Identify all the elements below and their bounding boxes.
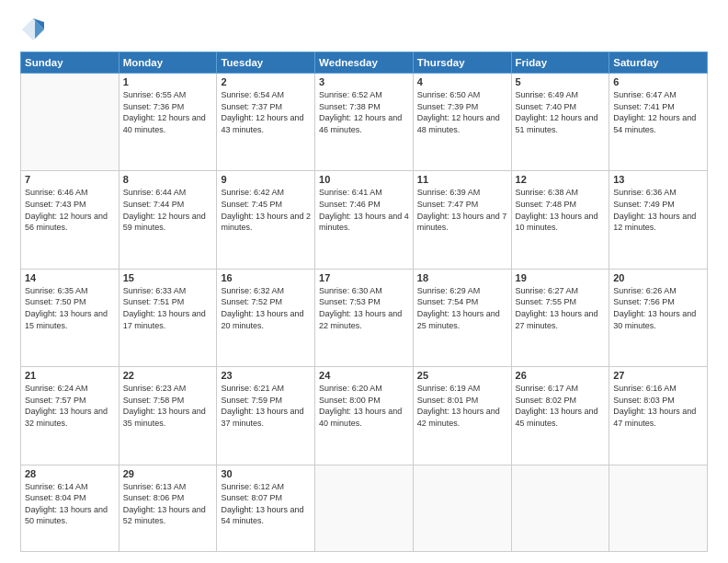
day-number: 20 bbox=[613, 272, 703, 283]
day-number: 26 bbox=[516, 370, 606, 381]
logo-icon bbox=[20, 17, 46, 42]
header bbox=[20, 17, 708, 42]
day-info: Sunrise: 6:17 AMSunset: 8:02 PMDaylight:… bbox=[516, 383, 606, 429]
weekday-header-row: SundayMondayTuesdayWednesdayThursdayFrid… bbox=[21, 52, 708, 74]
calendar-week-1: 1Sunrise: 6:55 AMSunset: 7:36 PMDaylight… bbox=[21, 74, 708, 171]
day-number: 13 bbox=[613, 174, 703, 185]
calendar-cell: 15Sunrise: 6:33 AMSunset: 7:51 PMDayligh… bbox=[119, 269, 217, 366]
day-number: 7 bbox=[25, 174, 115, 185]
day-number: 23 bbox=[221, 370, 311, 381]
day-number: 3 bbox=[319, 76, 409, 87]
day-info: Sunrise: 6:38 AMSunset: 7:48 PMDaylight:… bbox=[516, 187, 606, 233]
day-number: 11 bbox=[417, 174, 507, 185]
calendar-cell: 12Sunrise: 6:38 AMSunset: 7:48 PMDayligh… bbox=[511, 171, 609, 269]
day-number: 27 bbox=[613, 370, 703, 381]
day-info: Sunrise: 6:16 AMSunset: 8:03 PMDaylight:… bbox=[613, 383, 703, 429]
day-number: 25 bbox=[417, 370, 507, 381]
calendar-week-3: 14Sunrise: 6:35 AMSunset: 7:50 PMDayligh… bbox=[21, 269, 708, 366]
day-info: Sunrise: 6:36 AMSunset: 7:49 PMDaylight:… bbox=[613, 187, 703, 233]
day-info: Sunrise: 6:12 AMSunset: 8:07 PMDaylight:… bbox=[221, 481, 311, 527]
day-info: Sunrise: 6:52 AMSunset: 7:38 PMDaylight:… bbox=[319, 89, 409, 135]
calendar-cell bbox=[609, 465, 708, 551]
calendar-cell: 11Sunrise: 6:39 AMSunset: 7:47 PMDayligh… bbox=[413, 171, 511, 269]
day-info: Sunrise: 6:35 AMSunset: 7:50 PMDaylight:… bbox=[25, 285, 115, 331]
calendar-cell: 7Sunrise: 6:46 AMSunset: 7:43 PMDaylight… bbox=[21, 171, 119, 269]
day-info: Sunrise: 6:46 AMSunset: 7:43 PMDaylight:… bbox=[25, 187, 115, 233]
day-info: Sunrise: 6:30 AMSunset: 7:53 PMDaylight:… bbox=[319, 285, 409, 331]
calendar-table: SundayMondayTuesdayWednesdayThursdayFrid… bbox=[20, 52, 708, 552]
calendar-cell: 30Sunrise: 6:12 AMSunset: 8:07 PMDayligh… bbox=[217, 465, 315, 551]
day-number: 12 bbox=[516, 174, 606, 185]
calendar-cell: 1Sunrise: 6:55 AMSunset: 7:36 PMDaylight… bbox=[119, 74, 217, 171]
calendar-cell: 13Sunrise: 6:36 AMSunset: 7:49 PMDayligh… bbox=[609, 171, 708, 269]
calendar-cell: 14Sunrise: 6:35 AMSunset: 7:50 PMDayligh… bbox=[21, 269, 119, 366]
calendar-cell: 22Sunrise: 6:23 AMSunset: 7:58 PMDayligh… bbox=[119, 367, 217, 465]
calendar-cell: 17Sunrise: 6:30 AMSunset: 7:53 PMDayligh… bbox=[315, 269, 414, 366]
day-number: 17 bbox=[319, 272, 409, 283]
calendar-cell bbox=[21, 74, 119, 171]
calendar-cell: 6Sunrise: 6:47 AMSunset: 7:41 PMDaylight… bbox=[609, 74, 708, 171]
calendar-cell bbox=[413, 465, 511, 551]
day-info: Sunrise: 6:20 AMSunset: 8:00 PMDaylight:… bbox=[319, 383, 409, 429]
day-info: Sunrise: 6:49 AMSunset: 7:40 PMDaylight:… bbox=[516, 89, 606, 135]
day-number: 28 bbox=[25, 468, 115, 479]
day-number: 1 bbox=[123, 76, 213, 87]
calendar-week-2: 7Sunrise: 6:46 AMSunset: 7:43 PMDaylight… bbox=[21, 171, 708, 269]
day-number: 29 bbox=[123, 468, 213, 479]
calendar-week-4: 21Sunrise: 6:24 AMSunset: 7:57 PMDayligh… bbox=[21, 367, 708, 465]
calendar-cell: 8Sunrise: 6:44 AMSunset: 7:44 PMDaylight… bbox=[119, 171, 217, 269]
calendar-cell: 16Sunrise: 6:32 AMSunset: 7:52 PMDayligh… bbox=[217, 269, 315, 366]
calendar-cell: 27Sunrise: 6:16 AMSunset: 8:03 PMDayligh… bbox=[609, 367, 708, 465]
page: SundayMondayTuesdayWednesdayThursdayFrid… bbox=[0, 0, 728, 563]
calendar-cell: 18Sunrise: 6:29 AMSunset: 7:54 PMDayligh… bbox=[413, 269, 511, 366]
day-info: Sunrise: 6:27 AMSunset: 7:55 PMDaylight:… bbox=[516, 285, 606, 331]
weekday-header-saturday: Saturday bbox=[609, 52, 708, 74]
day-info: Sunrise: 6:21 AMSunset: 7:59 PMDaylight:… bbox=[221, 383, 311, 429]
weekday-header-wednesday: Wednesday bbox=[315, 52, 414, 74]
weekday-header-sunday: Sunday bbox=[21, 52, 119, 74]
weekday-header-thursday: Thursday bbox=[413, 52, 511, 74]
day-number: 6 bbox=[613, 76, 703, 87]
day-info: Sunrise: 6:39 AMSunset: 7:47 PMDaylight:… bbox=[417, 187, 507, 233]
day-number: 30 bbox=[221, 468, 311, 479]
day-info: Sunrise: 6:44 AMSunset: 7:44 PMDaylight:… bbox=[123, 187, 213, 233]
day-info: Sunrise: 6:14 AMSunset: 8:04 PMDaylight:… bbox=[25, 481, 115, 527]
calendar-cell: 10Sunrise: 6:41 AMSunset: 7:46 PMDayligh… bbox=[315, 171, 414, 269]
day-info: Sunrise: 6:50 AMSunset: 7:39 PMDaylight:… bbox=[417, 89, 507, 135]
day-info: Sunrise: 6:13 AMSunset: 8:06 PMDaylight:… bbox=[123, 481, 213, 527]
calendar-cell: 20Sunrise: 6:26 AMSunset: 7:56 PMDayligh… bbox=[609, 269, 708, 366]
calendar-cell: 9Sunrise: 6:42 AMSunset: 7:45 PMDaylight… bbox=[217, 171, 315, 269]
weekday-header-tuesday: Tuesday bbox=[217, 52, 315, 74]
day-info: Sunrise: 6:19 AMSunset: 8:01 PMDaylight:… bbox=[417, 383, 507, 429]
calendar-cell: 23Sunrise: 6:21 AMSunset: 7:59 PMDayligh… bbox=[217, 367, 315, 465]
day-number: 22 bbox=[123, 370, 213, 381]
calendar-cell: 2Sunrise: 6:54 AMSunset: 7:37 PMDaylight… bbox=[217, 74, 315, 171]
day-number: 9 bbox=[221, 174, 311, 185]
day-number: 15 bbox=[123, 272, 213, 283]
calendar-week-5: 28Sunrise: 6:14 AMSunset: 8:04 PMDayligh… bbox=[21, 465, 708, 551]
calendar-cell: 19Sunrise: 6:27 AMSunset: 7:55 PMDayligh… bbox=[511, 269, 609, 366]
day-number: 16 bbox=[221, 272, 311, 283]
calendar-cell bbox=[511, 465, 609, 551]
calendar-cell: 28Sunrise: 6:14 AMSunset: 8:04 PMDayligh… bbox=[21, 465, 119, 551]
day-info: Sunrise: 6:26 AMSunset: 7:56 PMDaylight:… bbox=[613, 285, 703, 331]
calendar-cell: 3Sunrise: 6:52 AMSunset: 7:38 PMDaylight… bbox=[315, 74, 414, 171]
day-info: Sunrise: 6:54 AMSunset: 7:37 PMDaylight:… bbox=[221, 89, 311, 135]
calendar-cell: 26Sunrise: 6:17 AMSunset: 8:02 PMDayligh… bbox=[511, 367, 609, 465]
day-info: Sunrise: 6:24 AMSunset: 7:57 PMDaylight:… bbox=[25, 383, 115, 429]
day-number: 10 bbox=[319, 174, 409, 185]
day-info: Sunrise: 6:29 AMSunset: 7:54 PMDaylight:… bbox=[417, 285, 507, 331]
weekday-header-friday: Friday bbox=[511, 52, 609, 74]
calendar-cell: 25Sunrise: 6:19 AMSunset: 8:01 PMDayligh… bbox=[413, 367, 511, 465]
day-number: 5 bbox=[516, 76, 606, 87]
day-number: 19 bbox=[516, 272, 606, 283]
day-info: Sunrise: 6:42 AMSunset: 7:45 PMDaylight:… bbox=[221, 187, 311, 233]
day-info: Sunrise: 6:23 AMSunset: 7:58 PMDaylight:… bbox=[123, 383, 213, 429]
day-number: 4 bbox=[417, 76, 507, 87]
day-number: 2 bbox=[221, 76, 311, 87]
calendar-cell: 24Sunrise: 6:20 AMSunset: 8:00 PMDayligh… bbox=[315, 367, 414, 465]
day-info: Sunrise: 6:32 AMSunset: 7:52 PMDaylight:… bbox=[221, 285, 311, 331]
calendar-cell: 29Sunrise: 6:13 AMSunset: 8:06 PMDayligh… bbox=[119, 465, 217, 551]
day-number: 8 bbox=[123, 174, 213, 185]
day-info: Sunrise: 6:55 AMSunset: 7:36 PMDaylight:… bbox=[123, 89, 213, 135]
